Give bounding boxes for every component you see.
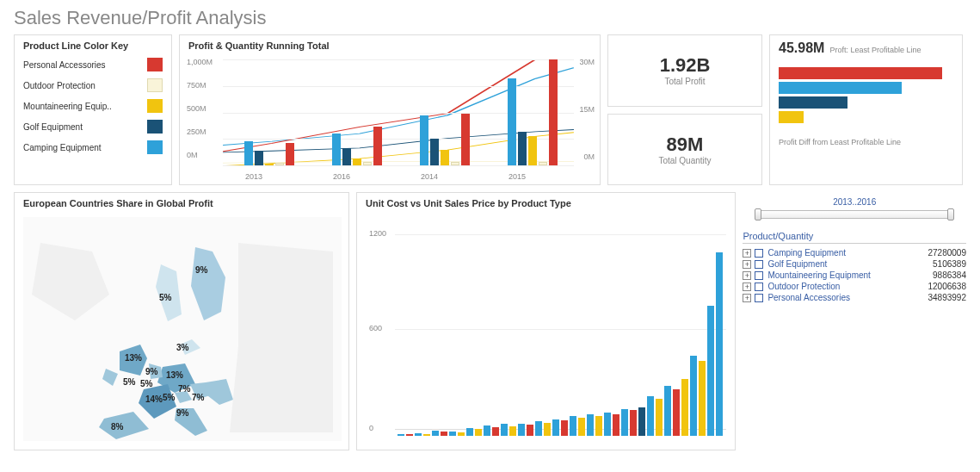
cost-bar[interactable]: [509, 426, 516, 436]
bar[interactable]: [244, 141, 253, 165]
checkbox[interactable]: [755, 260, 763, 269]
diff-bar[interactable]: [779, 96, 847, 109]
cost-bar[interactable]: [423, 434, 430, 436]
cost-bar[interactable]: [613, 414, 619, 436]
cost-bar[interactable]: [570, 416, 576, 436]
legend-label: Camping Equipment: [23, 143, 102, 152]
cost-bar[interactable]: [664, 386, 671, 436]
bar[interactable]: [286, 143, 294, 165]
cost-bar[interactable]: [518, 424, 525, 436]
legend-item[interactable]: Outdoor Protection: [23, 78, 163, 92]
bar[interactable]: [518, 132, 527, 165]
bar[interactable]: [461, 114, 470, 165]
bar[interactable]: [451, 162, 459, 165]
bar[interactable]: [420, 115, 428, 165]
cost-bar[interactable]: [466, 428, 473, 436]
cost-chart[interactable]: 1200 600 0: [357, 212, 735, 450]
cost-bar[interactable]: [552, 419, 559, 436]
bar[interactable]: [353, 158, 361, 165]
cost-bar[interactable]: [595, 416, 602, 436]
expand-icon[interactable]: +: [743, 249, 751, 258]
bar[interactable]: [430, 139, 439, 165]
bar-group[interactable]: [331, 59, 387, 165]
map-chart[interactable]: 9%5%3%13%9%13%5%5%14%5%7%7%9%8%: [15, 212, 348, 450]
cost-bar[interactable]: [458, 432, 465, 436]
slider-track[interactable]: [756, 210, 952, 219]
cost-bar[interactable]: [484, 425, 490, 436]
checkbox[interactable]: [755, 271, 763, 280]
cost-bar[interactable]: [398, 434, 404, 436]
year-slider[interactable]: 2013..2016: [743, 192, 966, 219]
cost-bar[interactable]: [673, 389, 680, 436]
cost-bar[interactable]: [578, 418, 585, 436]
bar[interactable]: [342, 148, 351, 165]
expand-icon[interactable]: +: [743, 294, 751, 302]
tree-row[interactable]: +Mountaineering Equipment9886384: [743, 270, 966, 281]
bar[interactable]: [549, 59, 558, 165]
checkbox[interactable]: [755, 294, 763, 302]
bar-group[interactable]: [243, 59, 299, 165]
bar[interactable]: [373, 127, 382, 165]
tree-row[interactable]: +Personal Accessories34893992: [743, 292, 966, 303]
cost-bar[interactable]: [475, 429, 482, 436]
bar[interactable]: [363, 162, 372, 165]
cost-bar[interactable]: [441, 432, 447, 436]
cost-bar[interactable]: [544, 423, 551, 436]
cost-bar[interactable]: [707, 306, 714, 436]
cost-bar[interactable]: [716, 252, 723, 436]
cost-bar[interactable]: [681, 379, 688, 436]
cost-bar[interactable]: [432, 431, 439, 436]
cost-bar[interactable]: [501, 424, 508, 436]
legend-item[interactable]: Golf Equipment: [23, 120, 163, 134]
cost-bar[interactable]: [647, 396, 654, 436]
cost-bar[interactable]: [587, 414, 594, 436]
cost-bar[interactable]: [604, 413, 611, 436]
diff-bar[interactable]: [779, 111, 804, 123]
cost-bar[interactable]: [415, 433, 422, 436]
legend-item[interactable]: Personal Accessories: [23, 58, 163, 71]
tree-row[interactable]: +Outdoor Protection12006638: [743, 281, 966, 292]
checkbox[interactable]: [755, 283, 763, 291]
tree-row[interactable]: +Camping Equipment27280009: [743, 247, 966, 258]
bar-group[interactable]: [419, 59, 475, 165]
slider-handle-right[interactable]: [947, 208, 954, 220]
checkbox[interactable]: [755, 249, 763, 258]
expand-icon[interactable]: +: [743, 271, 751, 280]
least-profitable-panel: 45.98M Proft: Least Profitable Line Prof…: [769, 34, 963, 185]
cost-bar[interactable]: [492, 427, 499, 436]
cost-bar[interactable]: [561, 420, 568, 436]
cost-bar[interactable]: [406, 434, 413, 436]
bar[interactable]: [539, 162, 547, 165]
bar[interactable]: [508, 78, 516, 165]
slider-handle-left[interactable]: [755, 208, 761, 220]
bar[interactable]: [255, 151, 263, 165]
tree-item-value: 12006638: [925, 282, 967, 291]
cost-bar[interactable]: [630, 410, 637, 436]
running-total-chart[interactable]: 1,000M750M500M250M0M 30M15M0M 2013201620…: [180, 54, 600, 184]
cost-bar[interactable]: [535, 421, 542, 436]
y-tick: 0M: [187, 151, 198, 159]
legend-label: Outdoor Protection: [23, 81, 96, 90]
diff-bar[interactable]: [779, 67, 942, 79]
bar[interactable]: [265, 164, 274, 165]
cost-bar[interactable]: [638, 407, 645, 436]
cost-bar[interactable]: [527, 425, 533, 436]
least-label: Proft: Least Profitable Line: [829, 46, 921, 54]
bar-group[interactable]: [507, 59, 563, 165]
expand-icon[interactable]: +: [743, 260, 751, 269]
bar[interactable]: [441, 150, 449, 165]
cost-bar[interactable]: [690, 356, 697, 436]
tree-row[interactable]: +Golf Equipment5106389: [743, 258, 966, 270]
cost-bar[interactable]: [449, 432, 456, 436]
legend-item[interactable]: Mountaineering Equip..: [23, 99, 163, 113]
least-bars[interactable]: [770, 67, 962, 123]
legend-item[interactable]: Camping Equipment: [23, 140, 163, 154]
expand-icon[interactable]: +: [743, 283, 751, 291]
cost-bar[interactable]: [699, 361, 706, 436]
diff-bar[interactable]: [779, 82, 902, 94]
cost-bar[interactable]: [656, 399, 663, 436]
cost-bar[interactable]: [621, 409, 628, 436]
bar[interactable]: [332, 134, 341, 165]
bar[interactable]: [528, 136, 537, 165]
bar[interactable]: [275, 163, 284, 165]
